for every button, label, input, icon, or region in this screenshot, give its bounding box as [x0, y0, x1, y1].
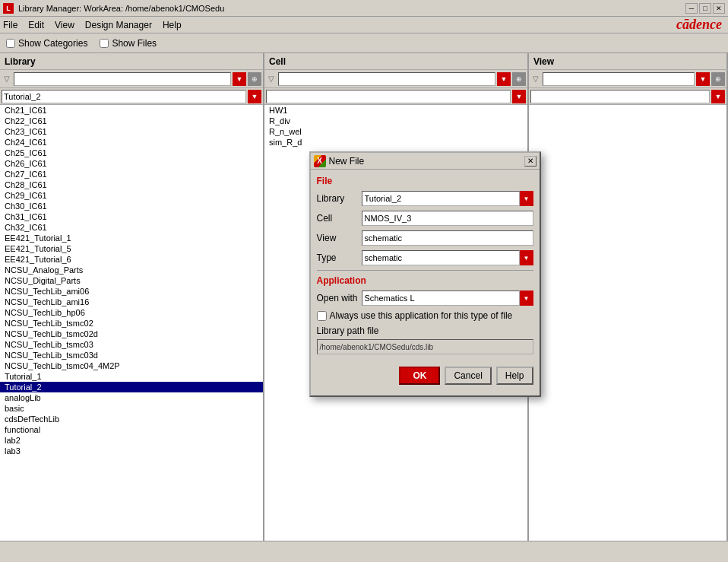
- library-list-item[interactable]: NCSU_TechLib_ami16: [0, 297, 263, 307]
- menu-edit[interactable]: Edit: [28, 20, 44, 30]
- library-list-item[interactable]: EE421_Tutorial_6: [0, 254, 263, 265]
- library-list-item[interactable]: NCSU_TechLib_tsmc02d: [0, 329, 263, 339]
- view-filter-dropdown[interactable]: ▼: [696, 72, 710, 86]
- library-list-item[interactable]: NCSU_TechLib_tsmc03: [0, 339, 263, 350]
- cell-dropdown-btn[interactable]: ▼: [512, 90, 526, 103]
- panels-header: Library Cell View: [0, 53, 728, 70]
- library-list-item[interactable]: Ch32_IC61: [0, 222, 263, 233]
- library-path-label: Library path file: [317, 325, 379, 336]
- cell-form-input[interactable]: [362, 211, 533, 226]
- help-button[interactable]: Help: [496, 367, 533, 385]
- library-list-item[interactable]: analogLib: [0, 392, 263, 403]
- cell-filter-dropdown[interactable]: ▼: [497, 72, 511, 86]
- library-list-item[interactable]: basic: [0, 403, 263, 414]
- library-list-item[interactable]: Ch23_IC61: [0, 126, 263, 137]
- toolbar: Show Categories Show Files: [0, 33, 728, 53]
- view-dropdown-btn[interactable]: ▼: [711, 90, 725, 103]
- open-with-dropdown: ▼: [362, 291, 533, 306]
- library-list-item[interactable]: Ch31_IC61: [0, 211, 263, 222]
- library-list-item[interactable]: NCSU_TechLib_tsmc03d: [0, 350, 263, 360]
- library-list-item[interactable]: Ch24_IC61: [0, 137, 263, 148]
- library-list-item[interactable]: NCSU_Digital_Parts: [0, 275, 263, 286]
- always-use-checkbox[interactable]: [317, 311, 327, 321]
- library-list-item[interactable]: Ch26_IC61: [0, 158, 263, 169]
- cell-list-item[interactable]: R_n_wel: [264, 126, 527, 137]
- view-selected-input[interactable]: [530, 90, 710, 103]
- show-categories-checkbox[interactable]: [6, 39, 15, 48]
- dialog-close-button[interactable]: ✕: [524, 156, 537, 167]
- library-form-label: Library: [317, 193, 359, 204]
- menu-help[interactable]: Help: [163, 20, 182, 30]
- library-list-item[interactable]: functional: [0, 424, 263, 435]
- divider-1: [317, 270, 533, 271]
- library-list-item[interactable]: NCSU_TechLib_ami06: [0, 286, 263, 297]
- library-filter-input[interactable]: [14, 72, 231, 86]
- library-path-value: /home/abenok1/CMOSedu/cds.lib: [317, 339, 533, 354]
- library-list-item[interactable]: Tutorial_1: [0, 371, 263, 382]
- menu-view[interactable]: View: [55, 20, 74, 30]
- cell-list-item[interactable]: HW1: [264, 105, 527, 116]
- library-list-item[interactable]: Ch30_IC61: [0, 201, 263, 211]
- cell-list-item[interactable]: sim_R_d: [264, 137, 527, 148]
- always-use-row: Always use this application for this typ…: [317, 310, 533, 321]
- library-filter-dropdown[interactable]: ▼: [233, 72, 246, 86]
- library-list-item[interactable]: NCSU_TechLib_tsmc02: [0, 318, 263, 329]
- library-list-item[interactable]: Ch25_IC61: [0, 148, 263, 158]
- view-dropdown-row: ▼: [529, 88, 726, 105]
- library-list-item[interactable]: NCSU_Analog_Parts: [0, 265, 263, 275]
- view-form-input[interactable]: [362, 230, 533, 246]
- library-form-dropdown-btn[interactable]: ▼: [520, 191, 533, 206]
- library-filter-extra[interactable]: ⊕: [248, 72, 261, 86]
- minimize-button[interactable]: ─: [685, 3, 698, 14]
- library-list-item[interactable]: Ch28_IC61: [0, 179, 263, 190]
- library-panel: ▽ ▼ ⊕ ▼ Ch21_IC61Ch22_IC61Ch23_IC61Ch24_…: [0, 70, 264, 541]
- cell-filter-extra[interactable]: ⊕: [512, 72, 526, 86]
- dialog-title-left: X New File: [314, 155, 365, 167]
- filter-icon: ▽: [2, 74, 12, 84]
- open-with-form-row: Open with ▼: [317, 291, 533, 306]
- library-dropdown-row: ▼: [0, 88, 263, 105]
- cancel-button[interactable]: Cancel: [445, 367, 491, 385]
- cell-filter-row: ▽ ▼ ⊕: [264, 70, 527, 88]
- menu-file[interactable]: File: [3, 20, 17, 30]
- library-filter-row: ▽ ▼ ⊕: [0, 70, 263, 88]
- cell-header: Cell: [264, 53, 529, 69]
- cell-list-item[interactable]: R_div: [264, 116, 527, 126]
- library-selected-input[interactable]: [2, 90, 246, 103]
- library-list-item[interactable]: EE421_Tutorial_5: [0, 243, 263, 254]
- library-list-item[interactable]: Ch22_IC61: [0, 116, 263, 126]
- dialog-title-bar: X New File ✕: [311, 153, 540, 170]
- type-form-row: Type ▼: [317, 250, 533, 265]
- ok-button[interactable]: OK: [399, 367, 440, 385]
- cell-dropdown-row: ▼: [264, 88, 527, 105]
- library-list-item[interactable]: EE421_Tutorial_1: [0, 233, 263, 243]
- cell-filter-input[interactable]: [278, 72, 495, 86]
- library-list-item[interactable]: lab3: [0, 446, 263, 456]
- type-form-dropdown-btn[interactable]: ▼: [520, 250, 533, 265]
- library-list-item[interactable]: Ch29_IC61: [0, 190, 263, 201]
- library-form-input[interactable]: [362, 191, 520, 206]
- open-with-dropdown-btn[interactable]: ▼: [520, 291, 533, 306]
- library-list-item[interactable]: NCSU_TechLib_tsmc04_4M2P: [0, 360, 263, 371]
- library-list-item[interactable]: cdsDefTechLib: [0, 414, 263, 424]
- open-with-input[interactable]: [362, 291, 520, 306]
- view-form-row: View: [317, 230, 533, 246]
- type-form-input[interactable]: [362, 250, 520, 265]
- app-icon: L: [3, 3, 14, 14]
- close-button[interactable]: ✕: [713, 3, 725, 14]
- menu-design-manager[interactable]: Design Manager: [85, 20, 152, 30]
- library-list-item[interactable]: Tutorial_2: [0, 382, 263, 392]
- cell-selected-input[interactable]: [266, 90, 511, 103]
- library-list-item[interactable]: Ch27_IC61: [0, 169, 263, 179]
- library-list-item[interactable]: lab2: [0, 435, 263, 446]
- library-list-item[interactable]: NCSU_TechLib_hp06: [0, 307, 263, 318]
- show-files-checkbox[interactable]: [100, 39, 109, 48]
- library-list-item[interactable]: Ch21_IC61: [0, 105, 263, 116]
- view-filter-extra[interactable]: ⊕: [711, 72, 725, 86]
- library-dropdown-btn[interactable]: ▼: [248, 90, 261, 103]
- type-form-label: Type: [317, 252, 359, 263]
- maximize-button[interactable]: □: [699, 3, 711, 14]
- library-list: Ch21_IC61Ch22_IC61Ch23_IC61Ch24_IC61Ch25…: [0, 105, 263, 541]
- file-section-label: File: [317, 176, 533, 186]
- view-filter-input[interactable]: [543, 72, 695, 86]
